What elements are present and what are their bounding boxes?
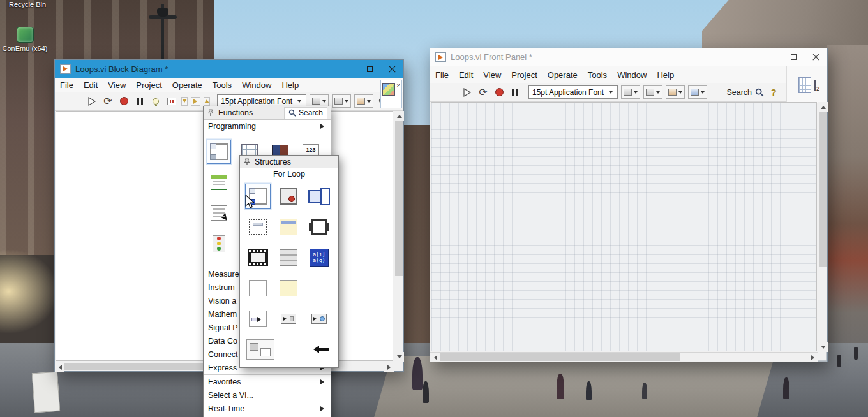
palette-item-list[interactable] [207,201,231,225]
palette-item-conditional-disable[interactable] [276,275,301,301]
step-over-button[interactable] [191,97,200,106]
distribute-objects-dropdown[interactable] [643,85,662,99]
vi-icon[interactable]: 2 [814,80,816,90]
palette-item-shared-variable[interactable] [245,306,271,332]
close-button[interactable] [805,48,827,66]
scroll-left-button[interactable] [430,353,440,362]
menu-operate[interactable]: Operate [167,80,207,90]
palette-item-formula-node[interactable] [276,245,301,270]
scroll-down-button[interactable] [818,342,828,352]
vertical-scrollbar[interactable] [818,102,827,352]
run-continuous-button[interactable]: ⟳ [101,94,114,108]
palette-item-stacked-sequence[interactable] [245,214,271,240]
block-diagram-titlebar[interactable]: Loops.vi Block Diagram * [55,60,403,78]
abort-button[interactable] [117,94,130,108]
palette-item-decorations[interactable] [245,337,276,362]
scrollbar-thumb[interactable] [395,121,403,276]
menu-help[interactable]: Help [652,70,679,80]
retain-wire-values-button[interactable] [165,94,178,108]
palette-item-favorites[interactable]: Favorites [204,375,331,388]
desktop-icon-recycle-bin[interactable]: Recycle Bin [3,1,52,10]
menu-edit[interactable]: Edit [79,80,103,90]
palette-item-local-variable[interactable] [276,306,301,332]
step-into-button[interactable] [181,97,188,106]
scrollbar-thumb[interactable] [819,112,827,267]
menu-project[interactable]: Project [131,80,167,90]
palette-item-in-place-element[interactable]: a[i] a(q) [306,245,332,270]
palette-item-filmstrip-sequence[interactable] [245,245,271,270]
scroll-up-button[interactable] [394,111,404,121]
structures-palette-header[interactable]: Structures [240,156,338,168]
front-panel-titlebar[interactable]: Loops.vi Front Panel * [430,48,827,66]
horizontal-scrollbar[interactable] [430,352,818,362]
search-control[interactable]: Search [726,88,764,97]
palette-item-real-time[interactable]: Real-Time [204,402,331,415]
menu-view[interactable]: View [103,80,131,90]
pin-icon[interactable] [243,158,251,166]
palette-item-feedback-node[interactable] [306,337,332,362]
menu-file[interactable]: File [55,80,79,90]
step-out-button[interactable] [204,97,210,106]
clean-up-diagram-dropdown[interactable] [354,94,373,108]
chevron-down-icon [345,100,348,105]
front-panel-canvas[interactable] [431,102,817,351]
palette-item-structures[interactable] [207,140,231,164]
resize-grip[interactable] [818,352,827,362]
scrollbar-thumb[interactable] [440,353,680,361]
maximize-button[interactable] [359,60,381,78]
font-selector[interactable]: 15pt Application Font [528,85,618,99]
pause-button[interactable] [133,94,146,108]
close-button[interactable] [381,60,403,78]
menu-operate[interactable]: Operate [542,70,583,80]
palette-item-diagram-disable[interactable] [245,275,271,301]
context-help-button[interactable]: ? [767,85,780,99]
menu-window[interactable]: Window [612,70,652,80]
palette-item-flat-sequence[interactable] [306,214,332,240]
connector-pane-icon[interactable] [798,77,811,93]
menu-file[interactable]: File [430,70,454,80]
palette-item-while-loop[interactable] [276,184,301,209]
palette-category-programming[interactable]: Programming [204,120,331,133]
reorder-dropdown[interactable] [688,85,707,99]
palette-item-timed-structures[interactable] [306,184,332,209]
pin-icon[interactable] [207,109,214,117]
run-button[interactable] [86,94,98,108]
run-button[interactable] [461,85,474,99]
minimize-button[interactable] [760,48,782,66]
scroll-right-button[interactable] [384,362,394,372]
menu-tools[interactable]: Tools [207,80,237,90]
scroll-up-button[interactable] [818,102,828,112]
distribute-objects-dropdown[interactable] [332,94,351,108]
menu-edit[interactable]: Edit [454,70,478,80]
scroll-right-button[interactable] [808,353,818,362]
screen: Recycle Bin ConEmu (x64) Loops.vi Front … [0,0,868,417]
menu-project[interactable]: Project [506,70,542,80]
vertical-scrollbar[interactable] [394,111,403,362]
vi-icon-badge: 2 [396,83,400,89]
pause-button[interactable] [509,85,521,99]
minimize-button[interactable] [336,60,359,78]
menu-tools[interactable]: Tools [583,70,612,80]
menu-help[interactable]: Help [276,80,304,90]
palette-item-global-variable[interactable] [306,306,332,332]
desktop-icon-conemu[interactable]: ConEmu (x64) [0,27,50,54]
palette-item-dialog-ui[interactable] [207,231,231,256]
menu-window[interactable]: Window [237,80,276,90]
highlight-execution-button[interactable] [149,94,162,108]
menu-view[interactable]: View [478,70,506,80]
resize-objects-dropdown[interactable] [666,85,685,99]
scroll-down-button[interactable] [394,352,404,362]
palette-item-event-structure[interactable] [276,214,301,240]
maximize-button[interactable] [782,48,805,66]
align-objects-dropdown[interactable] [621,85,640,99]
scroll-left-button[interactable] [55,362,64,372]
palette-search-button[interactable]: Search [284,107,327,119]
palette-item-select-a-vi[interactable]: Select a VI... [204,388,331,402]
functions-palette-header[interactable]: Functions Search [204,106,331,120]
run-continuous-button[interactable]: ⟳ [477,85,490,99]
abort-button[interactable] [493,85,505,99]
desktop-icon-label: Recycle Bin [9,1,46,8]
vi-icon-panel[interactable]: 2 [380,80,402,108]
palette-item-string[interactable] [207,170,231,194]
building-facade-middle [401,125,431,375]
